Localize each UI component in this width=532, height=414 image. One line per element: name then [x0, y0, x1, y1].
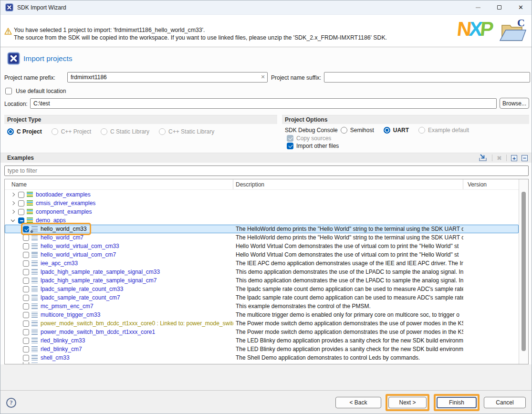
row-checkbox[interactable]: [23, 235, 29, 241]
row-name[interactable]: hello_world_cm33: [41, 226, 87, 232]
table-row[interactable]: rled_blinky_cm7 The LED Blinky demo appl…: [5, 345, 519, 353]
vertical-scrollbar[interactable]: [519, 179, 528, 364]
table-row[interactable]: rled_blinky_cm33 The LED Blinky demo app…: [5, 336, 519, 345]
row-name[interactable]: lpadc_sample_rate_count_cm7: [41, 294, 120, 301]
table-row[interactable]: power_mode_switch_bm_dcdc_rt1xxx_core1 T…: [5, 328, 519, 336]
radio-cpp-project[interactable]: [52, 128, 58, 135]
clear-filter-icon[interactable]: ✖: [497, 155, 502, 161]
import-other-files-checkbox[interactable]: [287, 143, 293, 149]
table-row[interactable]: lpadc_sample_rate_count_cm7 The lpadc sa…: [5, 293, 519, 302]
row-name[interactable]: multicore_trigger_cm33: [41, 311, 100, 318]
collapse-all-icon[interactable]: [522, 155, 528, 161]
table-row[interactable]: lpadc_high_sample_rate_sample_signal_cm3…: [5, 268, 519, 276]
row-name[interactable]: shell_cm33: [41, 354, 70, 361]
use-default-location-checkbox[interactable]: [5, 88, 12, 94]
examples-title: Examples: [7, 155, 34, 161]
row-name[interactable]: mc_pmsm_enc_cm7: [41, 303, 94, 310]
row-name[interactable]: hello_world_cm7: [41, 234, 83, 241]
cancel-button[interactable]: Cancel: [484, 397, 526, 408]
row-checkbox[interactable]: [23, 329, 29, 335]
row-checkbox[interactable]: [23, 278, 29, 284]
row-checkbox[interactable]: [18, 209, 24, 215]
table-row[interactable]: cmsis_driver_examples: [5, 199, 519, 207]
table-row[interactable]: hello_world_virtual_com_cm33 Hello World…: [5, 242, 519, 250]
row-checkbox[interactable]: [18, 200, 24, 207]
row-name[interactable]: rled_blinky_cm7: [41, 346, 82, 352]
suffix-input[interactable]: [324, 72, 530, 83]
row-name[interactable]: component_examples: [36, 208, 92, 215]
row-name[interactable]: bootloader_examples: [36, 191, 91, 198]
row-checkbox[interactable]: [23, 355, 29, 361]
row-name[interactable]: power_mode_switch_bm_dcdc_rt1xxx_core1: [41, 329, 155, 335]
row-checkbox[interactable]: [23, 346, 29, 352]
project-options-title: Project Options: [282, 115, 529, 124]
row-name[interactable]: lpadc_high_sample_rate_sample_signal_cm7: [41, 277, 157, 284]
expander-icon[interactable]: [10, 209, 15, 214]
row-name[interactable]: hello_world_virtual_com_cm7: [41, 251, 116, 258]
clear-prefix-icon[interactable]: ✕: [260, 73, 266, 80]
row-name[interactable]: hello_world_virtual_com_cm33: [41, 243, 119, 249]
expander-icon[interactable]: [10, 201, 15, 206]
help-button[interactable]: ?: [6, 398, 16, 408]
filter-input[interactable]: [4, 166, 529, 176]
row-name[interactable]: lpadc_sample_rate_count_cm33: [41, 286, 123, 292]
row-checkbox[interactable]: [23, 269, 29, 275]
row-checkbox[interactable]: [23, 312, 29, 318]
row-checkbox[interactable]: [23, 260, 29, 267]
browse-button[interactable]: Browse...: [500, 98, 529, 109]
row-checkbox[interactable]: [23, 243, 29, 249]
finish-button[interactable]: Finish: [437, 397, 477, 408]
row-checkbox[interactable]: [23, 338, 29, 344]
row-checkbox[interactable]: [23, 295, 29, 301]
expander-icon[interactable]: [10, 192, 15, 197]
expand-all-icon[interactable]: [511, 155, 517, 161]
radio-semihost[interactable]: [341, 127, 347, 134]
row-name[interactable]: demo_apps: [36, 217, 66, 224]
row-name[interactable]: rled_blinky_cm33: [41, 337, 85, 344]
next-button[interactable]: Next >: [388, 397, 427, 408]
close-button[interactable]: ✕: [510, 0, 532, 15]
radio-example-default[interactable]: [418, 127, 425, 134]
table-row[interactable]: shell_cm33 The Shell Demo application de…: [5, 353, 519, 362]
column-header-description[interactable]: Description: [233, 179, 463, 189]
radio-uart[interactable]: [384, 127, 390, 134]
table-row[interactable]: lpadc_high_sample_rate_sample_signal_cm7…: [5, 276, 519, 285]
copy-sources-checkbox[interactable]: [287, 135, 293, 142]
maximize-button[interactable]: [489, 0, 510, 15]
expander-icon[interactable]: [10, 218, 15, 223]
location-input[interactable]: [30, 98, 497, 109]
row-checkbox[interactable]: [18, 192, 24, 198]
import-sdk-examples-icon[interactable]: [479, 154, 488, 162]
row-checkbox[interactable]: [23, 226, 29, 232]
back-button[interactable]: < Back: [335, 397, 381, 408]
table-row[interactable]: hello_world_cm7 The HelloWorld demo prin…: [5, 233, 519, 242]
column-header-name[interactable]: Name: [5, 179, 233, 189]
row-name[interactable]: lpadc_high_sample_rate_sample_signal_cm3…: [41, 269, 160, 275]
radio-c-static-library[interactable]: [101, 128, 107, 135]
table-row[interactable]: bootloader_examples: [5, 190, 519, 199]
scrollbar-thumb[interactable]: [522, 192, 526, 351]
row-checkbox[interactable]: [23, 303, 29, 310]
table-row[interactable]: hello_world_virtual_com_cm7 Hello World …: [5, 250, 519, 259]
table-row[interactable]: multicore_trigger_cm33 The multicore tri…: [5, 310, 519, 319]
row-checkbox[interactable]: [18, 217, 24, 224]
row-name[interactable]: power_mode_switch_bm_dcdc_rt1xxx_core0 :…: [41, 320, 233, 327]
radio-cpp-static-library[interactable]: [159, 128, 166, 135]
row-name[interactable]: cmsis_driver_examples: [36, 200, 95, 207]
row-checkbox[interactable]: [23, 286, 29, 292]
row-checkbox[interactable]: [23, 252, 29, 258]
row-checkbox[interactable]: [23, 321, 29, 327]
table-row[interactable]: component_examples: [5, 207, 519, 216]
table-row[interactable]: lpadc_sample_rate_count_cm33 The lpadc s…: [5, 285, 519, 293]
warning-icon: [4, 28, 12, 35]
row-name[interactable]: iee_apc_cm33: [41, 260, 78, 267]
prefix-input[interactable]: [67, 72, 268, 83]
table-row[interactable]: mc_pmsm_enc_cm7 This example demonstrate…: [5, 302, 519, 310]
table-row[interactable]: iee_apc_cm33 The IEE APC demo applicatio…: [5, 259, 519, 268]
column-header-version[interactable]: Version: [463, 179, 519, 189]
minimize-button[interactable]: [467, 0, 489, 15]
table-row[interactable]: demo_apps: [5, 216, 519, 225]
table-row[interactable]: power_mode_switch_bm_dcdc_rt1xxx_core0 :…: [5, 319, 519, 328]
radio-c-project[interactable]: [7, 128, 14, 135]
table-row[interactable]: hello_world_cm33 The HelloWorld demo pri…: [5, 225, 519, 233]
